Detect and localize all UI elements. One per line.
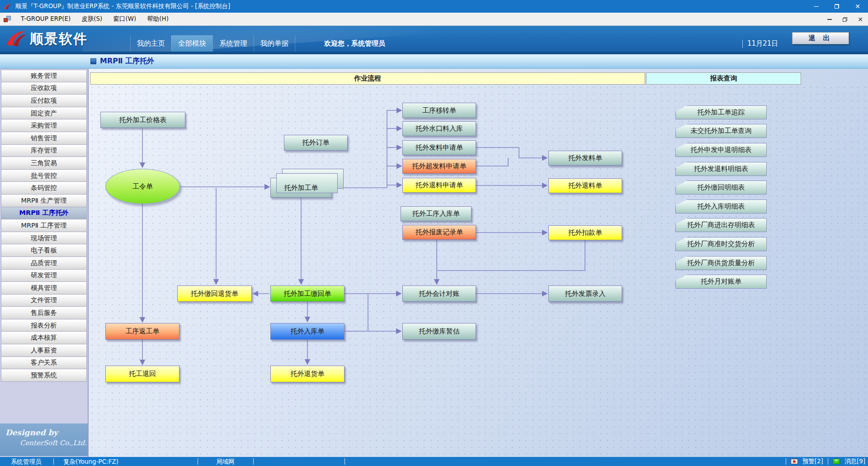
flow-node-invoice-entry[interactable]: 托外发票录入 <box>548 285 622 302</box>
sidebar-item[interactable]: 账务管理 <box>1 70 87 82</box>
sidebar-item[interactable]: 售后服务 <box>1 307 87 319</box>
flow-node-label: 托外缴库暂估 <box>419 327 460 336</box>
flow-node-scrap-record[interactable]: 托外报废记录单 <box>402 225 476 240</box>
mdi-close-button[interactable]: ✕ <box>856 15 864 24</box>
report-button[interactable]: 托外申发申退明细表 <box>675 143 767 157</box>
flow-node-delivery-back[interactable]: 托外加工缴回单 <box>270 285 344 302</box>
flow-node-transfer-order[interactable]: 工序移转单 <box>402 103 476 118</box>
restore-icon <box>835 4 839 9</box>
sidebar-item[interactable]: 研发管理 <box>1 270 87 282</box>
close-icon: ✕ <box>855 3 860 10</box>
top-banner: 顺景软件 我的主页全部模块系统管理我的单据 欢迎您，系统管理员 11月21日 退… <box>0 26 868 54</box>
sidebar-item[interactable]: 客户关系 <box>1 357 87 370</box>
window-minimize-button[interactable] <box>806 0 826 13</box>
page-title-bar: MRPⅡ 工序托外 <box>0 54 868 69</box>
module-sidebar: 账务管理应收款项应付款项固定资产采购管理销售管理库存管理三角贸易批号管控条码管控… <box>0 69 89 457</box>
nav-tab[interactable]: 系统管理 <box>212 35 254 52</box>
report-button[interactable]: 托外厂商准时交货分析 <box>675 237 767 251</box>
sidebar-item[interactable]: MRPⅡ 工序管理 <box>1 219 87 232</box>
mdi-minimize-button[interactable] <box>826 15 834 24</box>
report-button[interactable]: 托外入库明细表 <box>675 200 767 214</box>
status-bar: 系统管理员 复杂(Young-PC:FZ) 局域网 预警[2] 消息[9] <box>0 457 868 466</box>
report-button[interactable]: 托外缴回明细表 <box>675 181 767 195</box>
flow-node-outsource-order[interactable]: 托外订单 <box>284 135 348 151</box>
flow-node-issue-order[interactable]: 托外发料单 <box>548 151 622 166</box>
flow-node-account-check[interactable]: 托外会计对账 <box>402 285 476 302</box>
flow-node-label: 托外超发料申请单 <box>412 162 467 171</box>
main-content: 作业流程 报表查询 托外加工价格表工令单托外订单托外加工单工序移转单托外水口料入… <box>89 69 868 457</box>
flow-node-price-table[interactable]: 托外加工价格表 <box>100 112 185 128</box>
sidebar-item[interactable]: 销售管理 <box>1 132 87 145</box>
report-button[interactable]: 托外月对账单 <box>675 275 767 289</box>
flow-node-return-apply[interactable]: 托外退料申请单 <box>402 178 476 193</box>
sidebar-item[interactable]: 条码管控 <box>1 182 87 195</box>
sidebar-item[interactable]: 应收款项 <box>1 82 87 95</box>
nav-tab[interactable]: 我的单据 <box>254 35 295 52</box>
flow-node-goods-return[interactable]: 托外退货单 <box>270 366 344 382</box>
report-button[interactable]: 未交托外加工单查询 <box>675 124 767 138</box>
flow-node-instock-order[interactable]: 托外入库单 <box>270 323 344 340</box>
flow-node-label: 托外退料申请单 <box>415 181 463 190</box>
flow-node-label: 托外订单 <box>302 138 330 147</box>
report-button[interactable]: 托外厂商进出存明细表 <box>675 218 767 232</box>
flow-node-overissue-apply[interactable]: 托外超发料申请单 <box>402 159 476 174</box>
sidebar-item[interactable]: 三角贸易 <box>1 157 87 170</box>
sidebar-item[interactable]: MRPⅡ 工序托外 <box>1 207 87 220</box>
sidebar-item[interactable]: 电子看板 <box>1 244 87 257</box>
window-title: 顺景『T-GROUP』制造业ERP系统 - 东莞顺景软件科技有限公司 - [系统… <box>15 2 230 10</box>
sidebar-item[interactable]: 预警系统 <box>1 369 87 382</box>
sidebar-item[interactable]: 固定资产 <box>1 107 87 120</box>
flow-node-deduction-order[interactable]: 托外扣款单 <box>548 225 622 240</box>
flow-node-sprue-instock[interactable]: 托外水口料入库 <box>402 121 476 136</box>
sidebar-item[interactable]: 品质管理 <box>1 257 87 270</box>
sidebar-item[interactable]: 成本核算 <box>1 332 87 344</box>
flow-node-label: 托外加工单 <box>284 184 318 192</box>
sidebar-item[interactable]: 批号管控 <box>1 170 87 182</box>
date-text: 11月21日 <box>747 39 778 48</box>
window-restore-button[interactable] <box>826 0 847 13</box>
flow-node-process-order[interactable]: 托外加工单 <box>270 178 332 198</box>
flow-node-label: 托外发料申请单 <box>415 143 463 152</box>
status-user: 系统管理员 <box>11 458 42 466</box>
message-status[interactable]: 消息[9] <box>844 457 865 466</box>
flow-section-header: 作业流程 <box>90 72 645 85</box>
menu-item[interactable]: 窗口(W) <box>108 13 142 25</box>
sidebar-item[interactable]: 库存管理 <box>1 145 87 157</box>
divider <box>344 458 345 465</box>
nav-tab[interactable]: 全部模块 <box>171 35 212 52</box>
flow-node-rework-order[interactable]: 工序返工单 <box>105 323 179 340</box>
flow-node-label: 托外会计对账 <box>419 290 460 298</box>
flow-node-issue-apply[interactable]: 托外发料申请单 <box>402 140 476 155</box>
sidebar-item[interactable]: 报表分析 <box>1 319 87 332</box>
sidebar-item[interactable]: MRPⅡ 生产管理 <box>1 195 87 207</box>
mdi-restore-button[interactable] <box>841 15 849 24</box>
report-button[interactable]: 托外加工单追踪 <box>675 105 767 119</box>
flow-node-work-order[interactable]: 工令单 <box>105 169 180 204</box>
flow-node-return-goods[interactable]: 托外缴回退货单 <box>177 285 252 302</box>
exit-button[interactable]: 退 出 <box>792 32 849 44</box>
report-button[interactable]: 托外厂商供货质量分析 <box>675 256 767 270</box>
sidebar-item[interactable]: 文件管理 <box>1 295 87 307</box>
window-close-button[interactable]: ✕ <box>847 0 868 13</box>
flow-node-label: 托工退回 <box>129 370 156 378</box>
flow-node-return-order[interactable]: 托外退料单 <box>548 178 622 193</box>
menu-item[interactable]: 皮肤(S) <box>76 13 108 25</box>
status-network: 局域网 <box>216 458 235 466</box>
sidebar-item[interactable]: 应付款项 <box>1 95 87 107</box>
nav-tab[interactable]: 我的主页 <box>130 35 171 52</box>
alert-status[interactable]: 预警[2] <box>802 457 823 466</box>
brand-swoosh-icon <box>5 29 28 49</box>
report-button[interactable]: 托外发退料明细表 <box>675 162 767 176</box>
sidebar-item[interactable]: 人事薪资 <box>1 344 87 357</box>
menu-item[interactable]: 帮助(H) <box>142 13 174 25</box>
flow-node-work-return[interactable]: 托工退回 <box>105 366 179 382</box>
sidebar-item[interactable]: 模具管理 <box>1 282 87 295</box>
flow-node-stock-estimate[interactable]: 托外缴库暂估 <box>402 323 476 340</box>
flow-node-label: 托外水口料入库 <box>415 124 463 133</box>
flow-node-proc-instock[interactable]: 托外工序入库单 <box>401 206 472 221</box>
sidebar-item[interactable]: 现场管理 <box>1 232 87 245</box>
flow-node-label: 托外退货单 <box>291 370 325 378</box>
flow-canvas: 托外加工价格表工令单托外订单托外加工单工序移转单托外水口料入库托外发料申请单托外… <box>89 84 868 457</box>
sidebar-item[interactable]: 采购管理 <box>1 119 87 132</box>
menu-item[interactable]: T-GROUP ERP(E) <box>15 13 76 25</box>
